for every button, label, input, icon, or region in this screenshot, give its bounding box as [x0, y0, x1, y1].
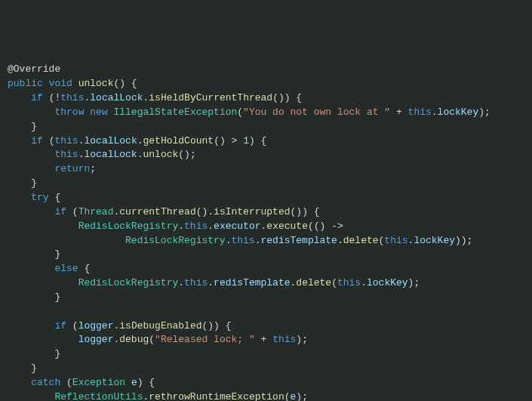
kw-return: return — [54, 163, 90, 174]
type-illegal: IllegalStateException — [113, 106, 237, 118]
kw-public: public — [8, 78, 43, 89]
mth-delete: delete — [343, 235, 379, 246]
mth-debug: debug — [119, 334, 149, 345]
str-own: "You do not own lock at " — [243, 106, 390, 118]
kw-if: if — [31, 92, 43, 103]
kw-catch: catch — [31, 377, 60, 388]
kw-this: this — [60, 92, 84, 103]
mth-currentthread: currentThread — [119, 206, 195, 217]
kw-else: else — [54, 263, 78, 274]
mth-isHeld: isHeldByCurrentThread — [149, 92, 272, 103]
kw-void: void — [49, 78, 72, 89]
annotation: @Override — [8, 63, 60, 75]
var-executor: executor — [214, 221, 260, 232]
kw-new: new — [90, 106, 107, 118]
type-exception: Exception — [72, 377, 125, 388]
type-reflutils: ReflectionUtils — [54, 391, 143, 401]
type-thread: Thread — [78, 206, 114, 217]
var-lockKey: lockKey — [438, 106, 479, 118]
mth-debugenabled: isDebugEnabled — [119, 320, 201, 332]
type-registry: RedisLockRegistry — [78, 221, 179, 232]
var-e: e — [131, 377, 137, 388]
mth-interrupted: isInterrupted — [214, 206, 290, 217]
var-logger: logger — [78, 320, 114, 332]
kw-throw: throw — [54, 106, 84, 118]
var-redistemplate: redisTemplate — [261, 235, 337, 246]
num-one: 1 — [243, 135, 249, 147]
kw-try: try — [31, 192, 48, 203]
mth-execute: execute — [266, 221, 308, 232]
code-block: @Override public void unlock() { if (!th… — [8, 63, 524, 401]
mth-rethrow: rethrowRuntimeException — [149, 391, 284, 401]
method-name: unlock — [78, 78, 114, 89]
str-released: "Released lock; " — [155, 334, 255, 345]
var-localLock: localLock — [90, 92, 143, 103]
mth-holdcount: getHoldCount — [143, 135, 214, 147]
